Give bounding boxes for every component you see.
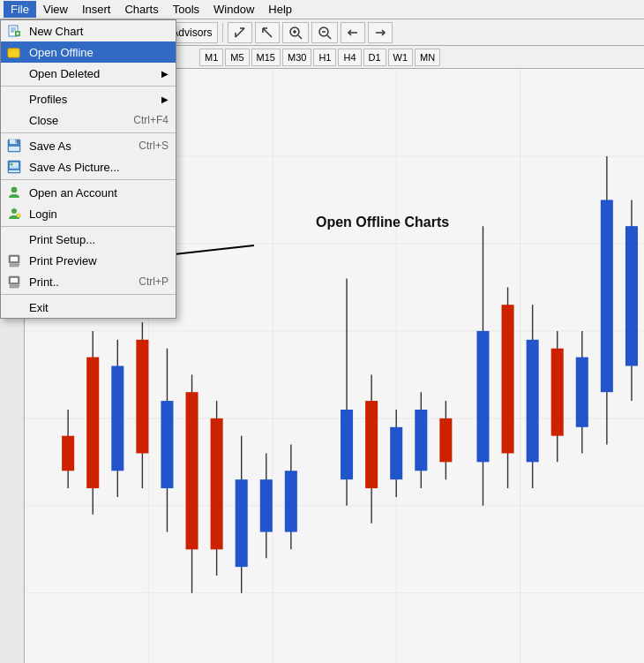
tf-m30[interactable]: M30 [282, 49, 311, 66]
save-as-shortcut: Ctrl+S [121, 139, 168, 152]
sep3 [1, 179, 176, 180]
toolbar-zoom-minus[interactable] [311, 22, 338, 43]
svg-rect-26 [11, 278, 18, 283]
toolbar-zoom-plus[interactable] [282, 22, 309, 43]
menu-item-save-as-picture[interactable]: Save As Picture... [1, 156, 176, 177]
open-deleted-icon [6, 65, 22, 81]
svg-rect-112 [625, 226, 638, 365]
svg-rect-20 [17, 215, 20, 217]
svg-point-28 [18, 285, 19, 287]
tf-mn[interactable]: MN [415, 49, 440, 66]
menu-insert[interactable]: Insert [75, 1, 118, 18]
tf-h1[interactable]: H1 [313, 49, 336, 66]
tf-d1[interactable]: D1 [363, 49, 386, 66]
svg-rect-98 [439, 418, 452, 462]
exit-icon [6, 299, 22, 315]
menu-item-new-chart[interactable]: New Chart [1, 20, 176, 41]
svg-rect-108 [576, 358, 588, 427]
menubar[interactable]: File View Insert Charts Tools Window Hel… [0, 0, 644, 19]
sep5 [1, 294, 176, 295]
profiles-icon [6, 91, 22, 107]
close-shortcut: Ctrl+F4 [116, 114, 168, 126]
svg-rect-82 [211, 418, 223, 549]
annotation-text: Open Offline Charts [316, 215, 449, 230]
menu-label-new-chart: New Chart [29, 25, 83, 38]
svg-rect-94 [390, 427, 402, 479]
svg-rect-80 [186, 392, 198, 549]
save-as-icon [6, 138, 22, 154]
sep2 [1, 132, 176, 133]
svg-rect-70 [62, 436, 74, 471]
open-offline-icon [6, 44, 22, 60]
toolbar-chart-btn1[interactable] [228, 22, 252, 43]
scroll-left-icon [347, 26, 359, 39]
sep1 [1, 86, 176, 87]
print-shortcut: Ctrl+P [121, 275, 168, 288]
new-chart-icon [6, 23, 22, 39]
svg-rect-84 [236, 479, 248, 567]
svg-rect-102 [502, 305, 514, 453]
menu-item-print[interactable]: Print.. Ctrl+P [1, 271, 176, 292]
menu-item-print-preview[interactable]: Print Preview [1, 250, 176, 271]
svg-rect-92 [365, 401, 378, 488]
toolbar-sep2 [222, 23, 223, 42]
svg-point-15 [11, 163, 13, 166]
svg-rect-90 [341, 410, 353, 479]
svg-rect-104 [527, 340, 539, 463]
menu-item-close[interactable]: Close Ctrl+F4 [1, 109, 176, 131]
print-preview-icon [6, 252, 22, 268]
svg-rect-86 [260, 479, 273, 531]
svg-rect-72 [86, 358, 99, 488]
menu-help[interactable]: Help [261, 1, 299, 18]
svg-rect-27 [10, 285, 19, 288]
menu-view[interactable]: View [36, 1, 75, 18]
menu-tools[interactable]: Tools [166, 1, 206, 18]
toolbar-scroll-right[interactable] [368, 22, 393, 43]
menu-item-exit[interactable]: Exit [1, 297, 176, 318]
tf-m5[interactable]: M5 [225, 49, 249, 66]
toolbar-scroll-left[interactable] [341, 22, 365, 43]
menu-label-exit: Exit [29, 301, 49, 314]
print-icon [6, 274, 22, 290]
account-icon [6, 185, 22, 200]
menu-window[interactable]: Window [206, 1, 261, 18]
tf-m1[interactable]: M1 [199, 49, 223, 66]
svg-rect-110 [601, 200, 613, 392]
svg-rect-12 [9, 147, 19, 151]
file-dropdown: New Chart Open Offline Open Deleted ▶ Pr… [0, 19, 176, 319]
menu-charts[interactable]: Charts [117, 1, 165, 18]
print-setup-icon [6, 231, 22, 247]
toolbar-chart-btn2[interactable] [255, 22, 280, 43]
zoom-in-icon [234, 26, 246, 39]
menu-label-open-offline: Open Offline [29, 46, 94, 59]
svg-line-50 [327, 35, 331, 39]
tf-h4[interactable]: H4 [338, 49, 361, 66]
svg-rect-100 [476, 331, 489, 462]
menu-label-open-account: Open an Account [29, 186, 117, 200]
sep4 [1, 226, 176, 227]
tf-w1[interactable]: W1 [388, 49, 414, 66]
menu-item-login[interactable]: Login [1, 203, 176, 224]
menu-file[interactable]: File [4, 1, 36, 18]
menu-item-print-setup[interactable]: Print Setup... [1, 229, 176, 250]
save-picture-icon [6, 159, 22, 175]
menu-item-profiles[interactable]: Profiles ▶ [1, 88, 176, 109]
magnify-plus-icon [288, 26, 303, 40]
svg-rect-78 [161, 401, 173, 488]
svg-rect-96 [415, 410, 427, 471]
login-icon [6, 206, 22, 222]
svg-rect-106 [551, 349, 564, 436]
menu-label-print-setup: Print Setup... [29, 233, 95, 246]
svg-rect-88 [285, 471, 297, 531]
svg-point-19 [11, 208, 17, 214]
svg-rect-23 [10, 264, 19, 267]
tf-m15[interactable]: M15 [251, 49, 281, 66]
menu-label-close: Close [29, 114, 58, 127]
magnify-minus-icon [318, 26, 332, 40]
menu-item-open-offline[interactable]: Open Offline [1, 41, 176, 63]
menu-item-open-account[interactable]: Open an Account [1, 182, 176, 203]
menu-label-print-preview: Print Preview [29, 254, 97, 267]
menu-item-open-deleted[interactable]: Open Deleted ▶ [1, 63, 176, 84]
menu-label-open-deleted: Open Deleted [29, 67, 100, 80]
menu-item-save-as[interactable]: Save As Ctrl+S [1, 135, 176, 156]
